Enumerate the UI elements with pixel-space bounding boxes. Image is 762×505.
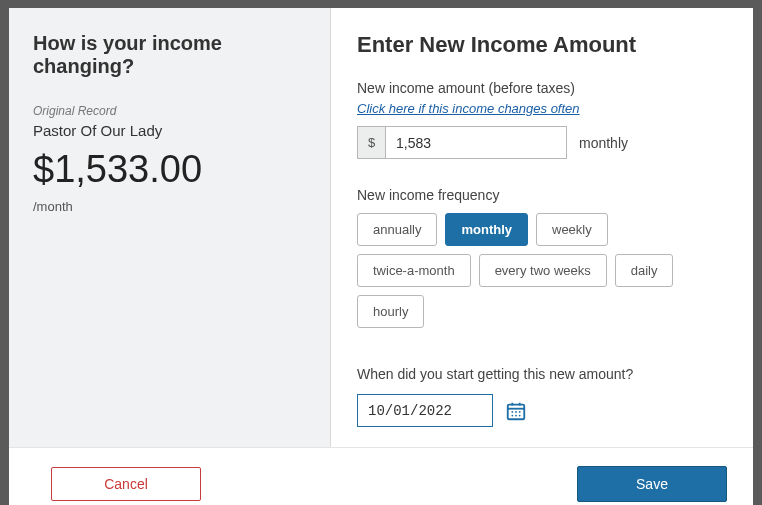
- svg-point-7: [511, 414, 513, 416]
- modal-footer: Cancel Save: [9, 447, 753, 505]
- left-heading: How is your income changing?: [33, 32, 306, 78]
- date-field-label: When did you start getting this new amou…: [357, 366, 727, 382]
- svg-point-6: [519, 411, 521, 413]
- save-button[interactable]: Save: [577, 466, 727, 502]
- original-record-panel: How is your income changing? Original Re…: [9, 8, 331, 447]
- svg-point-8: [515, 414, 517, 416]
- original-frequency: /month: [33, 199, 306, 214]
- svg-point-9: [519, 414, 521, 416]
- cancel-button[interactable]: Cancel: [51, 467, 201, 501]
- original-record-label: Original Record: [33, 104, 306, 118]
- new-income-panel: Enter New Income Amount New income amoun…: [331, 8, 753, 447]
- calendar-icon[interactable]: [505, 400, 527, 422]
- original-income-source: Pastor Of Our Lady: [33, 122, 306, 139]
- new-income-amount-input[interactable]: [385, 126, 567, 159]
- frequency-option-monthly[interactable]: monthly: [445, 213, 528, 246]
- income-changes-often-link[interactable]: Click here if this income changes often: [357, 101, 580, 116]
- right-heading: Enter New Income Amount: [357, 32, 727, 58]
- amount-field-label: New income amount (before taxes): [357, 80, 727, 96]
- frequency-field-label: New income frequency: [357, 187, 727, 203]
- svg-point-4: [511, 411, 513, 413]
- currency-prefix: $: [357, 126, 385, 159]
- frequency-option-twice-a-month[interactable]: twice-a-month: [357, 254, 471, 287]
- date-input-row: [357, 394, 727, 427]
- frequency-option-hourly[interactable]: hourly: [357, 295, 424, 328]
- original-amount: $1,533.00: [33, 149, 306, 191]
- amount-frequency-suffix: monthly: [579, 135, 628, 151]
- svg-point-5: [515, 411, 517, 413]
- frequency-option-weekly[interactable]: weekly: [536, 213, 608, 246]
- frequency-button-group: annually monthly weekly twice-a-month ev…: [357, 213, 727, 328]
- modal-body: How is your income changing? Original Re…: [9, 8, 753, 447]
- frequency-option-annually[interactable]: annually: [357, 213, 437, 246]
- amount-input-row: $ monthly: [357, 126, 727, 159]
- income-change-modal: How is your income changing? Original Re…: [9, 8, 753, 505]
- start-date-input[interactable]: [357, 394, 493, 427]
- frequency-option-every-two-weeks[interactable]: every two weeks: [479, 254, 607, 287]
- frequency-option-daily[interactable]: daily: [615, 254, 674, 287]
